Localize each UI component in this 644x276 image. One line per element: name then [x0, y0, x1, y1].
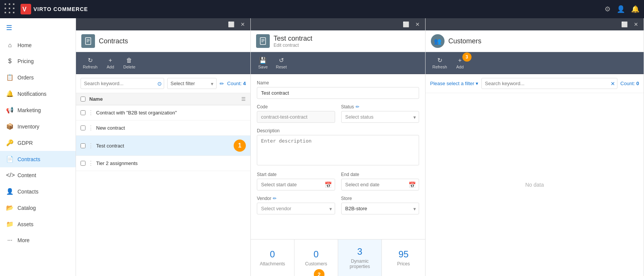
contracts-panel-icon [81, 34, 95, 48]
description-input[interactable] [257, 135, 419, 165]
row-checkbox[interactable] [81, 125, 85, 130]
table-row[interactable]: ⋮ New contract [76, 121, 250, 136]
sidebar-item-gdpr[interactable]: 🔑 GDPR [0, 135, 76, 151]
attachments-card[interactable]: 0 Attachments [251, 240, 294, 276]
sidebar-item-contacts[interactable]: 👤 Contacts [0, 183, 76, 200]
sidebar-item-more[interactable]: ··· More [0, 232, 76, 248]
refresh-button[interactable]: ↻ Refresh [80, 55, 101, 71]
contracts-toolbar: ↻ Refresh + Add 🗑 Delete [76, 52, 250, 74]
status-edit-icon[interactable]: ✏ [356, 104, 359, 109]
edit-panel-subtitle: Edit contract [274, 43, 312, 48]
gear-icon[interactable]: ⚙ [604, 5, 611, 13]
start-date-wrap: 📅 [257, 179, 335, 190]
drag-handle-icon: ⋮ [88, 160, 94, 167]
sidebar-item-content[interactable]: </> Content [0, 167, 76, 183]
name-label: Name [257, 80, 419, 86]
search-input[interactable] [81, 78, 164, 89]
table-row[interactable]: ⋮ Contract with "B2B test organization" [76, 105, 250, 121]
bell-icon[interactable]: 🔔 [631, 5, 639, 13]
reset-button[interactable]: ↺ Reset [273, 55, 290, 71]
store-select[interactable]: B2B-store [341, 203, 419, 214]
topbar-right: ⚙ 👤 🔔 [604, 5, 639, 13]
sidebar-item-marketing[interactable]: 📢 Marketing [0, 102, 76, 118]
sidebar-item-orders[interactable]: 📋 Orders [0, 69, 76, 86]
edit-filter-icon[interactable]: ✏ [220, 81, 224, 87]
sidebar-item-pricing[interactable]: $ Pricing [0, 53, 76, 69]
reset-icon: ↺ [279, 57, 284, 64]
customers-title: Customers [448, 37, 481, 45]
add-button[interactable]: + Add [102, 56, 119, 71]
sidebar-item-notifications[interactable]: 🔔 Notifications [0, 86, 76, 102]
sidebar-item-home[interactable]: ⌂ Home [0, 37, 76, 53]
sidebar-item-inventory[interactable]: 📦 Inventory [0, 118, 76, 135]
search-wrap: ⊙ [81, 78, 164, 89]
prices-count: 95 [399, 249, 409, 260]
close-button[interactable]: ✕ [239, 21, 247, 28]
delete-button[interactable]: 🗑 Delete [120, 56, 139, 71]
maximize-button[interactable]: ⬜ [620, 21, 629, 28]
sidebar-item-assets[interactable]: 📁 Assets [0, 216, 76, 232]
start-date-group: Start date 📅 [257, 172, 335, 190]
customers-search-clear[interactable]: ✕ [611, 81, 615, 87]
prices-card[interactable]: 95 Prices [382, 240, 425, 276]
maximize-button[interactable]: ⬜ [226, 21, 236, 28]
close-button[interactable]: ✕ [414, 21, 421, 28]
customers-label: Customers [305, 261, 327, 266]
start-date-input[interactable] [257, 179, 335, 190]
sidebar: ☰ ⌂ Home $ Pricing 📋 Orders 🔔 Notificati… [0, 0, 76, 276]
contracts-title: Contracts [99, 37, 128, 45]
sidebar-item-contracts[interactable]: 📄 Contracts [0, 151, 76, 167]
sidebar-item-label: Content [17, 172, 36, 178]
sidebar-item-catalog[interactable]: 📂 Catalog [0, 200, 76, 216]
dollar-icon: $ [6, 58, 14, 65]
table-row-selected[interactable]: ⋮ Test contract 1 [76, 136, 250, 156]
end-date-input[interactable] [341, 179, 419, 190]
step-badge-3: 3 [462, 52, 472, 62]
name-input[interactable] [257, 87, 419, 99]
vendor-edit-icon[interactable]: ✏ [273, 196, 277, 201]
user-icon[interactable]: 👤 [617, 5, 625, 13]
dynamic-properties-card[interactable]: 3 Dynamic properties [338, 240, 382, 276]
sidebar-item-label: Contracts [17, 156, 40, 162]
edit-panel-title-area: Test contract Edit contract [251, 30, 425, 52]
close-button[interactable]: ✕ [632, 21, 640, 28]
description-label: Description [257, 128, 419, 133]
row-checkbox[interactable] [81, 161, 85, 166]
table-row[interactable]: ⋮ Tier 2 assignments [76, 156, 250, 171]
vendor-select[interactable]: Select vendor [257, 203, 335, 214]
customers-icon: 👥 [431, 34, 445, 48]
gdpr-icon: 🔑 [6, 139, 14, 146]
customers-search-bar: Please select a filter ▾ ✕ Count: 0 [426, 74, 644, 93]
topbar-left: V VIRTO COMMERCE [5, 3, 88, 15]
status-select[interactable]: Select status [341, 111, 419, 123]
delete-label: Delete [123, 65, 136, 69]
customers-refresh-button[interactable]: ↻ Refresh [429, 55, 450, 71]
vendor-store-row: Vendor ✏ Select vendor Store B2B-store [257, 196, 419, 220]
sidebar-menu-toggle[interactable]: ☰ [0, 18, 76, 37]
sidebar-item-label: Contacts [17, 189, 38, 195]
customers-count: 0 [313, 249, 318, 260]
sidebar-item-label: Assets [17, 221, 33, 227]
column-menu-icon[interactable]: ☰ [241, 96, 246, 102]
customers-add-button[interactable]: + Add 3 [452, 56, 468, 71]
virto-logo-icon: V [21, 4, 31, 14]
grid-icon[interactable] [5, 3, 16, 15]
row-name: Tier 2 assignments [96, 160, 246, 166]
maximize-button[interactable]: ⬜ [401, 21, 411, 28]
assets-icon: 📁 [6, 220, 14, 228]
customers-card[interactable]: 0 Customers 2 [294, 240, 338, 276]
dates-row: Start date 📅 End date 📅 [257, 172, 419, 196]
search-clear-button[interactable]: ⊙ [157, 81, 162, 87]
add-icon: + [458, 57, 462, 64]
sidebar-item-label: Orders [17, 75, 34, 81]
select-all-checkbox[interactable] [81, 97, 85, 102]
reset-label: Reset [276, 65, 287, 69]
filter-select[interactable]: Select filter [167, 78, 217, 89]
customers-search-input[interactable] [481, 78, 617, 89]
row-checkbox[interactable] [81, 143, 85, 148]
drag-handle-icon: ⋮ [88, 142, 94, 149]
row-checkbox[interactable] [81, 110, 85, 115]
please-select-filter[interactable]: Please select a filter ▾ [430, 81, 478, 86]
code-input[interactable] [257, 111, 335, 123]
save-button[interactable]: 💾 Save [255, 55, 271, 71]
